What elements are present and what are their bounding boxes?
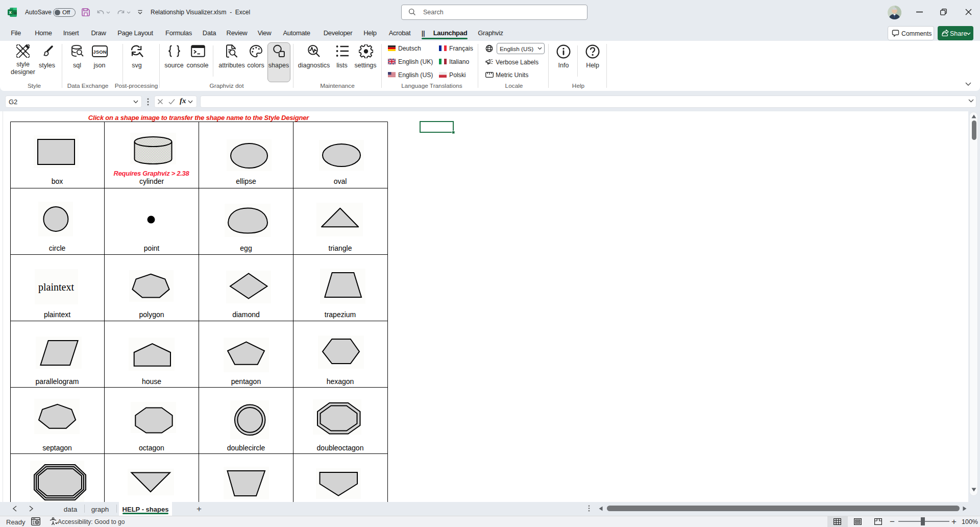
svg-text:triangle: triangle [329, 244, 352, 252]
svg-text:trapezium: trapezium [325, 310, 356, 319]
svg-text:Click on a shape image to tran: Click on a shape image to transfer the s… [88, 114, 309, 122]
svg-text:diamond: diamond [232, 310, 260, 319]
svg-text:ellipse: ellipse [236, 177, 256, 185]
svg-text:circle: circle [49, 244, 66, 252]
svg-text:septagon: septagon [42, 444, 72, 452]
svg-text:box: box [52, 177, 63, 185]
svg-text:house: house [142, 377, 161, 386]
svg-text:plaintext: plaintext [38, 281, 74, 293]
svg-text:polygon: polygon [139, 310, 164, 319]
svg-text:JSON: JSON [93, 49, 107, 55]
svg-text:point: point [144, 244, 159, 252]
svg-text:parallelogram: parallelogram [36, 377, 79, 386]
svg-text:Requires Graphviz > 2.38: Requires Graphviz > 2.38 [114, 170, 190, 177]
svg-text:doublecircle: doublecircle [227, 444, 265, 452]
svg-text:cylinder: cylinder [139, 177, 164, 185]
svg-text:egg: egg [240, 244, 252, 252]
svg-text:hexagon: hexagon [327, 377, 354, 386]
svg-text:octagon: octagon [139, 444, 164, 452]
svg-text:pentagon: pentagon [231, 377, 261, 386]
svg-text:doubleoctagon: doubleoctagon [317, 444, 364, 452]
svg-text:oval: oval [334, 177, 347, 185]
svg-text:x: x [9, 9, 12, 15]
svg-text:plaintext: plaintext [44, 310, 70, 319]
